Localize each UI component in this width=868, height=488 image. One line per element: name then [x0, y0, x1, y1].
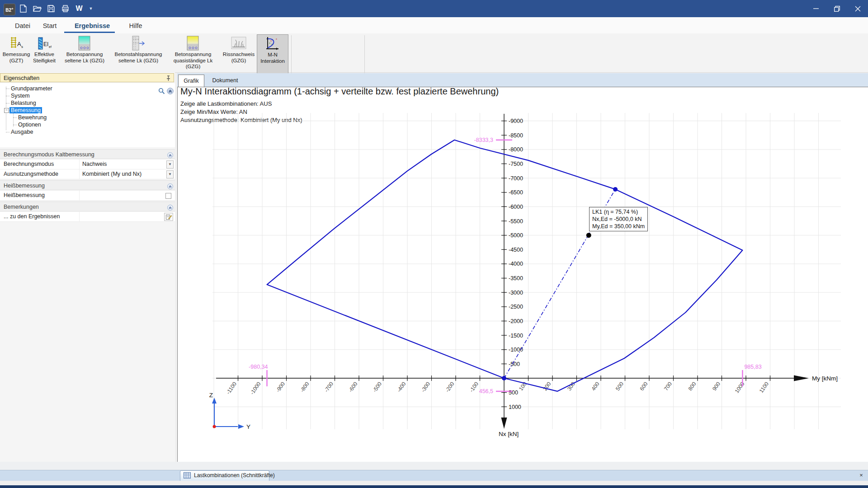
property-value: Kombiniert (My und Nx)	[82, 169, 142, 179]
ribbon-button-label: Bemessung(GZT)	[2, 52, 31, 64]
info-line: Zeige Min/Max Werte: AN	[180, 108, 247, 115]
info-line: Ausnutzungsmethode: Kombiniert (My und N…	[180, 117, 302, 123]
active-tab-underline	[64, 32, 115, 33]
tree-item-label: Ausgabe	[9, 129, 34, 135]
tree-item-label: System	[9, 93, 31, 99]
label-line: M-N	[257, 52, 288, 58]
label-line: Bemessung	[2, 52, 31, 58]
tree-item-ausgabe[interactable]: Ausgabe	[9, 128, 34, 136]
ribbon-button-label: Betonspannungquasiständige Lk (GZG)	[165, 52, 221, 70]
property-row: BerechnungsmodusNachweis▼	[0, 160, 175, 169]
properties-header: Eigenschaften	[0, 73, 174, 82]
toolbar-dropdown-caret-icon[interactable]: ▼	[88, 3, 94, 14]
doc-tab-grafik[interactable]: Grafik	[178, 75, 204, 87]
tooltip-line: My,Ed = 350,00 kNm	[592, 223, 645, 230]
checkbox[interactable]	[165, 193, 171, 199]
column-divider	[79, 191, 80, 200]
section-header-berechnungsmodus-kaltbemessung: Berechnungsmodus Kaltbemessung	[0, 149, 175, 159]
edit-button[interactable]	[164, 213, 173, 221]
label-line: Interaktion	[257, 58, 288, 65]
app-icon[interactable]: B2+	[4, 4, 15, 15]
tree-expander-icon[interactable]: −	[4, 108, 9, 113]
print-icon[interactable]	[60, 3, 70, 14]
svg-text:s: s	[21, 45, 23, 49]
lastkombinationen-tab[interactable]: Lastkombinationen (Schnittkräfte)	[180, 470, 269, 481]
label-line: Effektive	[31, 52, 58, 58]
close-button[interactable]	[847, 0, 868, 17]
label-line: Steifigkeit	[31, 58, 58, 64]
label-line: seltene Lk (GZG)	[58, 58, 111, 64]
property-label: Ausnutzungsmethode	[4, 169, 58, 179]
tree-item-bewehrung[interactable]: Bewehrung	[17, 114, 48, 121]
bottom-tab-label: Lastkombinationen (Schnittkräfte)	[194, 472, 275, 479]
bottom-bar-close-icon[interactable]: ×	[858, 472, 865, 479]
tooltip-line: Nx,Ed = -5000,0 kN	[592, 216, 645, 223]
tree-item-label: Belastung	[9, 100, 38, 106]
ribbon-button-label: EffektiveSteifigkeit	[31, 52, 58, 64]
section-title: Bemerkungen	[4, 204, 39, 210]
section-header-hei-bemessung: Heißbemessung	[0, 180, 175, 190]
new-file-icon[interactable]	[18, 3, 28, 14]
section-title: Heißbemessung	[4, 183, 45, 189]
status-gap	[0, 481, 868, 485]
property-row: ... zu den Ergebnissen	[0, 212, 175, 222]
tree-item-label: Optionen	[17, 122, 42, 128]
svg-text:x: x	[269, 42, 270, 44]
w-button[interactable]: W	[74, 3, 84, 14]
column-divider	[79, 160, 80, 169]
window-controls	[806, 0, 868, 17]
betonspannung-selten-icon	[77, 36, 92, 51]
label-line: (GZG)	[222, 58, 256, 64]
ribbon-tab-ergebnisse[interactable]: Ergebnisse	[59, 20, 126, 31]
pin-icon[interactable]	[165, 75, 171, 81]
below-document-gap	[0, 462, 868, 470]
minimize-button[interactable]	[806, 0, 826, 17]
tooltip-line: LK1 (η = 75,74 %)	[592, 208, 645, 216]
betonstahlspannung-icon	[131, 36, 146, 51]
tree-item-bemessung[interactable]: Bemessung	[9, 107, 42, 114]
svg-text:A: A	[17, 41, 21, 47]
tree-item-grundparameter[interactable]: Grundparameter	[9, 85, 54, 92]
dropdown-caret-icon[interactable]: ▼	[166, 170, 174, 178]
properties-panel: Eigenschaften GrundparameterSystemBelast…	[0, 72, 175, 485]
ribbon: AsBemessung(GZT)EIefEffektiveSteifigkeit…	[0, 33, 868, 73]
label-line: Rissnachweis	[222, 52, 256, 58]
mn-interaktion-icon: xxxx	[265, 36, 280, 52]
label-line: Betonspannung	[58, 52, 111, 58]
svg-text:x: x	[276, 38, 277, 40]
svg-text:x: x	[271, 43, 273, 46]
property-row: Heißbemessung	[0, 191, 175, 201]
svg-text:EI: EI	[43, 41, 48, 47]
label-line: Betonspannung	[165, 52, 221, 58]
dropdown-caret-icon[interactable]: ▼	[166, 160, 174, 169]
properties-tree: GrundparameterSystemBelastungBemessung−B…	[0, 83, 175, 147]
tree-item-belastung[interactable]: Belastung	[9, 99, 38, 107]
search-icon[interactable]	[158, 88, 165, 94]
info-line: Zeige alle Lastkombinationen: AUS	[180, 100, 272, 107]
collapse-all-icon[interactable]	[167, 88, 174, 94]
effektive-steifigkeit-icon: EIef	[37, 36, 52, 51]
tree-guide	[13, 117, 17, 118]
chart-title: My-N Interaktionsdiagramm (1-achsig + ve…	[180, 86, 499, 97]
document-area	[177, 87, 868, 462]
label-line: seltene Lk (GZG)	[111, 58, 165, 64]
column-divider	[79, 169, 80, 179]
svg-text:ef: ef	[49, 45, 52, 48]
tree-item-label: Bemessung	[9, 107, 42, 113]
label-line: (GZT)	[2, 58, 31, 64]
tree-guide	[6, 132, 9, 132]
tree-item-label: Bewehrung	[17, 114, 48, 121]
tree-item-optionen[interactable]: Optionen	[17, 121, 42, 128]
tree-guide	[6, 89, 9, 89]
property-label: Berechnungsmodus	[4, 160, 54, 169]
load-point-tooltip: LK1 (η = 75,74 %) Nx,Ed = -5000,0 kN My,…	[589, 207, 648, 231]
status-bar	[0, 485, 868, 488]
open-folder-icon[interactable]	[32, 3, 42, 14]
restore-button[interactable]	[826, 0, 847, 17]
table-icon	[184, 472, 191, 480]
doc-tab-dokument[interactable]: Dokument	[204, 75, 246, 87]
tree-item-system[interactable]: System	[9, 92, 31, 99]
ribbon-tab-hilfe[interactable]: Hilfe	[118, 20, 153, 31]
ribbon-button-label: Betonspannungseltene Lk (GZG)	[58, 52, 111, 64]
save-icon[interactable]	[46, 3, 56, 14]
